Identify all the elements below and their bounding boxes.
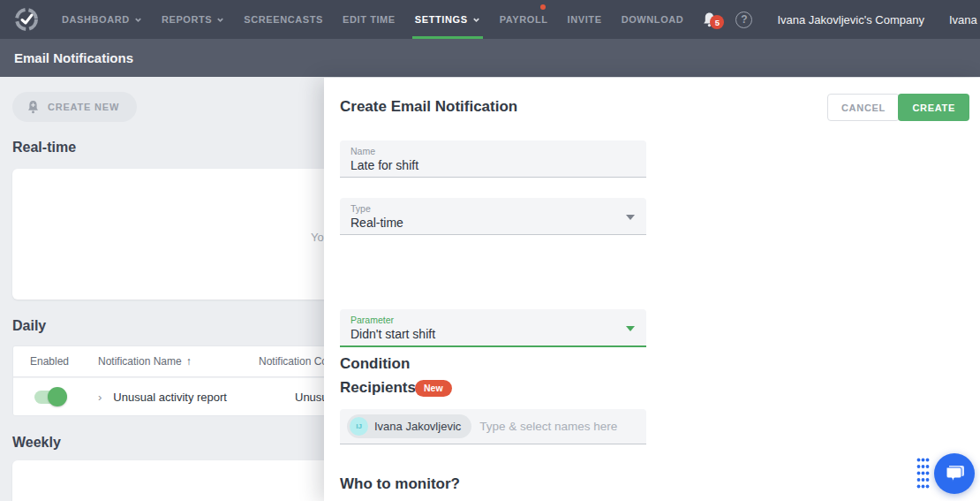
question-mark-icon: ? xyxy=(741,13,747,26)
parameter-select-label: Parameter xyxy=(351,315,636,325)
nav-download[interactable]: DOWNLOAD xyxy=(612,0,694,39)
column-header-name[interactable]: Notification Name ↑ xyxy=(86,355,248,368)
name-field-label: Name xyxy=(351,146,636,156)
nav-dashboard[interactable]: DASHBOARD xyxy=(52,0,152,39)
section-heading-weekly: Weekly xyxy=(12,435,61,451)
type-select-label: Type xyxy=(351,203,636,214)
section-heading-daily: Daily xyxy=(12,318,46,334)
parameter-select-value: Didn't start shift xyxy=(351,326,636,343)
notification-name-cell[interactable]: Unusual activity report xyxy=(113,391,227,404)
nav-reports[interactable]: REPORTS xyxy=(152,0,234,39)
nav-screencasts[interactable]: SCREENCASTS xyxy=(234,0,333,39)
user-menu[interactable]: Ivana Jakovljevic xyxy=(937,13,980,27)
condition-heading: Condition xyxy=(340,355,410,373)
chevron-right-icon[interactable]: › xyxy=(98,391,102,404)
enabled-toggle[interactable] xyxy=(34,391,64,404)
bell-plus-icon xyxy=(26,100,40,115)
nav-settings[interactable]: SETTINGS xyxy=(405,0,490,39)
recipients-text-input[interactable] xyxy=(479,420,639,433)
chip-name: Ivana Jakovljevic xyxy=(374,420,461,433)
drag-handle-dots[interactable] xyxy=(916,458,930,490)
navbar-right-group: 5 ? Ivana Jakovljevic's Company Ivana Ja… xyxy=(693,0,980,39)
new-feature-badge: New xyxy=(415,380,452,397)
column-header-enabled[interactable]: Enabled xyxy=(13,355,86,368)
name-field[interactable]: Name Late for shift xyxy=(340,140,646,178)
recipients-input[interactable]: IJ Ivana Jakovljevic xyxy=(340,409,646,444)
page-header-bar: Email Notifications xyxy=(0,39,980,77)
notifications-bell-button[interactable]: 5 xyxy=(693,0,725,39)
cancel-button[interactable]: CANCEL xyxy=(827,94,900,121)
nav-invite[interactable]: INVITE xyxy=(558,0,612,39)
hubstaff-logo-icon[interactable] xyxy=(15,8,38,31)
app-window: DASHBOARD REPORTS SCREENCASTS EDIT TIME … xyxy=(0,0,980,501)
who-to-monitor-heading: Who to monitor? xyxy=(340,475,460,493)
chevron-down-icon xyxy=(134,16,142,24)
help-button[interactable]: ? xyxy=(735,11,752,28)
type-select-value: Real-time xyxy=(351,215,636,232)
type-select[interactable]: Type Real-time xyxy=(340,198,646,235)
page-title: Email Notifications xyxy=(14,50,133,65)
realtime-empty-text: Yo xyxy=(311,231,324,244)
caret-down-icon xyxy=(626,215,635,220)
top-navbar: DASHBOARD REPORTS SCREENCASTS EDIT TIME … xyxy=(0,0,980,39)
chip-avatar: IJ xyxy=(350,417,368,436)
sort-ascending-icon: ↑ xyxy=(186,355,192,368)
parameter-select[interactable]: Parameter Didn't start shift xyxy=(340,309,646,347)
chevron-down-icon xyxy=(472,16,480,24)
create-new-button[interactable]: CREATE NEW xyxy=(12,92,137,122)
name-field-value: Late for shift xyxy=(351,157,636,174)
chevron-down-icon xyxy=(216,16,224,24)
toggle-knob xyxy=(48,387,67,406)
nav-edit-time[interactable]: EDIT TIME xyxy=(333,0,405,39)
caret-down-icon xyxy=(626,326,635,331)
recipients-heading: Recipients xyxy=(340,379,416,397)
notification-count-badge: 5 xyxy=(710,15,724,29)
payroll-alert-dot xyxy=(540,4,546,10)
create-email-notification-panel: Create Email Notification CANCEL CREATE … xyxy=(324,78,980,501)
modal-title: Create Email Notification xyxy=(340,98,517,116)
chat-widget-button[interactable] xyxy=(934,453,975,494)
chat-bubbles-icon xyxy=(944,464,965,483)
company-menu[interactable]: Ivana Jakovljevic's Company xyxy=(765,13,937,27)
recipient-chip[interactable]: IJ Ivana Jakovljevic xyxy=(347,414,471,438)
create-button[interactable]: CREATE xyxy=(898,94,969,121)
nav-payroll[interactable]: PAYROLL xyxy=(490,0,558,39)
section-heading-realtime: Real-time xyxy=(12,140,76,156)
